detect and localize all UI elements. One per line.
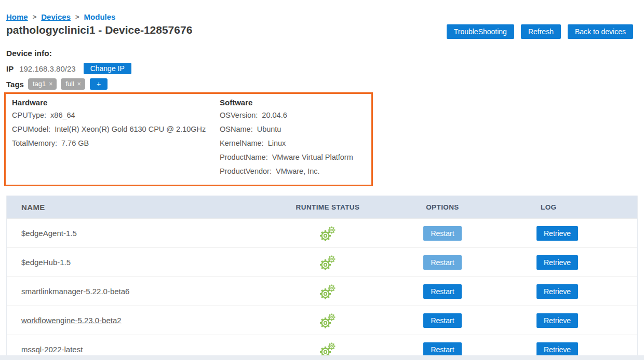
running-gears-icon bbox=[318, 254, 337, 271]
ip-row: IP 192.168.3.80/23 Change IP bbox=[6, 63, 638, 74]
software-column: Software OSVersion:20.04.6 OSName:Ubuntu… bbox=[220, 96, 365, 178]
retrieve-button[interactable]: Retrieve bbox=[536, 226, 578, 241]
tags-row: Tags tag1 × full × + bbox=[6, 78, 638, 90]
tags-label: Tags bbox=[6, 80, 24, 89]
module-name: $edgeAgent-1.5 bbox=[21, 229, 77, 238]
software-field: KernelName:Linux bbox=[220, 136, 365, 150]
troubleshooting-button[interactable]: TroubleShooting bbox=[447, 24, 514, 39]
software-field: OSName:Ubuntu bbox=[220, 122, 365, 136]
restart-button[interactable]: Restart bbox=[423, 313, 461, 328]
tag-remove-icon[interactable]: × bbox=[77, 80, 81, 88]
retrieve-button[interactable]: Retrieve bbox=[536, 313, 578, 328]
hardware-field: TotalMemory:7.76 GB bbox=[12, 136, 220, 150]
module-name[interactable]: workflowengine-5.23.0-beta2 bbox=[21, 316, 122, 325]
table-row: $edgeAgent-1.5 Restart Retrieve bbox=[7, 218, 637, 247]
modules-table-header: NAME RUNTIME STATUS OPTIONS LOG bbox=[7, 196, 637, 218]
running-gears-icon bbox=[318, 225, 337, 242]
column-header-options: OPTIONS bbox=[379, 203, 506, 211]
hardware-software-box: Hardware CPUType:x86_64 CPUModel:Intel(R… bbox=[4, 92, 373, 186]
hardware-field: CPUType:x86_64 bbox=[12, 108, 220, 122]
column-header-log: LOG bbox=[506, 203, 637, 211]
retrieve-button[interactable]: Retrieve bbox=[536, 342, 578, 357]
modules-table: NAME RUNTIME STATUS OPTIONS LOG $edgeAge… bbox=[6, 196, 638, 360]
running-gears-icon bbox=[318, 283, 337, 300]
hardware-heading: Hardware bbox=[12, 96, 220, 108]
refresh-button[interactable]: Refresh bbox=[521, 24, 561, 39]
software-heading: Software bbox=[220, 96, 365, 108]
retrieve-button[interactable]: Retrieve bbox=[536, 255, 578, 270]
hardware-field: CPUModel:Intel(R) Xeon(R) Gold 6130 CPU … bbox=[12, 122, 220, 136]
breadcrumb-separator: > bbox=[75, 13, 79, 21]
page-bottom-strip bbox=[0, 355, 644, 360]
hardware-column: Hardware CPUType:x86_64 CPUModel:Intel(R… bbox=[12, 96, 220, 178]
retrieve-button[interactable]: Retrieve bbox=[536, 284, 578, 299]
ip-value: 192.168.3.80/23 bbox=[19, 64, 75, 73]
tag-name: full bbox=[65, 80, 74, 88]
restart-button[interactable]: Restart bbox=[423, 255, 461, 270]
module-name: $edgeHub-1.5 bbox=[21, 258, 71, 267]
breadcrumb-link-devices[interactable]: Devices bbox=[41, 12, 71, 21]
module-name: mssql-2022-latest bbox=[21, 345, 83, 354]
tag-chip: tag1 × bbox=[28, 78, 57, 90]
software-field: ProductName:VMware Virtual Platform bbox=[220, 150, 365, 164]
change-ip-button[interactable]: Change IP bbox=[84, 63, 131, 74]
software-field: ProductVendor:VMware, Inc. bbox=[220, 164, 365, 178]
table-row: $edgeHub-1.5 Restart Retrieve bbox=[7, 247, 637, 276]
device-modules-page: Home > Devices > Modules pathologyclinic… bbox=[0, 0, 644, 360]
column-header-name: NAME bbox=[7, 203, 277, 212]
restart-button[interactable]: Restart bbox=[423, 342, 461, 357]
tag-chip: full × bbox=[61, 78, 85, 90]
back-to-devices-button[interactable]: Back to devices bbox=[568, 24, 633, 39]
top-action-buttons: TroubleShooting Refresh Back to devices bbox=[447, 24, 633, 39]
breadcrumb-link-home[interactable]: Home bbox=[6, 12, 28, 21]
restart-button[interactable]: Restart bbox=[423, 284, 461, 299]
column-header-runtime-status: RUNTIME STATUS bbox=[277, 203, 379, 211]
breadcrumb-separator: > bbox=[33, 13, 37, 21]
module-name: smartlinkmanager-5.22.0-beta6 bbox=[21, 287, 129, 296]
software-field: OSVersion:20.04.6 bbox=[220, 108, 365, 122]
ip-label: IP bbox=[6, 64, 14, 73]
restart-button[interactable]: Restart bbox=[423, 226, 461, 241]
table-row: workflowengine-5.23.0-beta2 Restart Retr… bbox=[7, 306, 637, 335]
device-info-heading: Device info: bbox=[6, 49, 638, 58]
table-row: smartlinkmanager-5.22.0-beta6 Restart Re… bbox=[7, 276, 637, 306]
tag-name: tag1 bbox=[33, 80, 46, 88]
tag-remove-icon[interactable]: × bbox=[49, 80, 52, 88]
breadcrumb-current-modules: Modules bbox=[84, 12, 116, 21]
add-tag-button[interactable]: + bbox=[90, 78, 108, 90]
running-gears-icon bbox=[318, 312, 337, 329]
breadcrumb: Home > Devices > Modules bbox=[6, 12, 638, 21]
